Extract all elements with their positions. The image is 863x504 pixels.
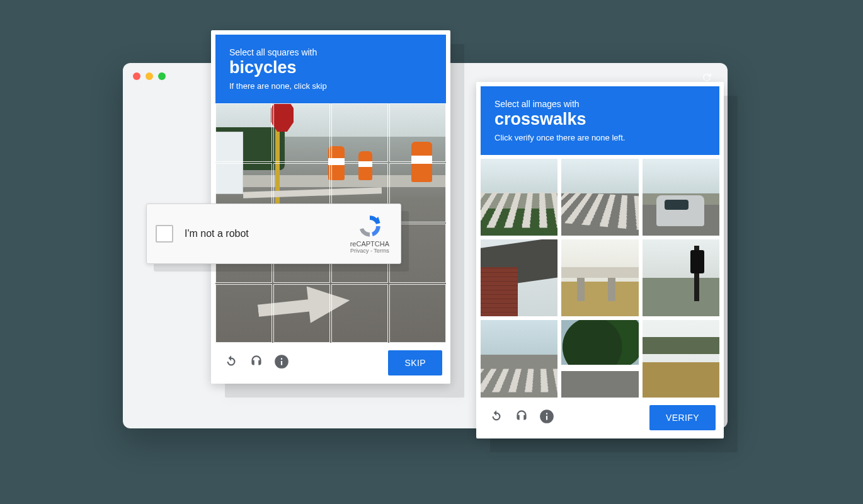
grid-cell[interactable]: [273, 284, 330, 343]
captcha-tile[interactable]: [643, 159, 719, 236]
recaptcha-checkbox[interactable]: [156, 225, 173, 243]
prompt-instruction: Select all images with: [494, 99, 706, 109]
window-close-icon[interactable]: [133, 72, 140, 80]
info-icon[interactable]: [273, 353, 290, 372]
prompt-target: bicycles: [229, 57, 432, 79]
captcha-header: Select all images with crosswalks Click …: [481, 86, 719, 155]
reload-icon[interactable]: [223, 353, 239, 372]
prompt-hint: If there are none, click skip: [229, 81, 432, 91]
grid-cell[interactable]: [273, 103, 330, 163]
captcha-tile[interactable]: [561, 239, 638, 316]
prompt-target: crosswalks: [494, 109, 706, 130]
grid-cell[interactable]: [389, 284, 446, 343]
window-maximize-icon[interactable]: [158, 72, 166, 80]
captcha-header: Select all squares with bicycles If ther…: [215, 35, 446, 103]
verify-button[interactable]: VERIFY: [649, 405, 716, 430]
captcha-tile[interactable]: [561, 159, 638, 236]
grid-cell[interactable]: [215, 103, 272, 163]
captcha-tile[interactable]: [481, 239, 557, 316]
window-minimize-icon[interactable]: [146, 72, 153, 80]
grid-cell[interactable]: [389, 103, 446, 163]
captcha-tile[interactable]: [481, 159, 557, 236]
captcha-footer: VERIFY: [481, 398, 719, 434]
captcha-tile[interactable]: [643, 239, 719, 316]
recaptcha-badge: reCAPTCHA Privacy - Terms: [350, 214, 392, 254]
grid-cell[interactable]: [215, 284, 272, 343]
recaptcha-brand: reCAPTCHA: [350, 240, 389, 248]
skip-button[interactable]: SKIP: [388, 350, 442, 375]
captcha-challenge-crosswalks: Select all images with crosswalks Click …: [476, 82, 724, 438]
reload-icon[interactable]: [488, 408, 505, 427]
captcha-footer: SKIP: [215, 343, 446, 379]
captcha-tile[interactable]: [481, 320, 557, 397]
captcha-tile[interactable]: [561, 320, 638, 397]
grid-cell[interactable]: [331, 103, 388, 163]
audio-icon[interactable]: [513, 408, 530, 427]
recaptcha-checkbox-widget: I'm not a robot reCAPTCHA Privacy - Term…: [146, 203, 401, 264]
info-icon[interactable]: [539, 408, 555, 427]
grid-cell[interactable]: [331, 284, 388, 343]
recaptcha-logo-icon: [357, 214, 382, 239]
captcha-tile[interactable]: [643, 320, 719, 397]
recaptcha-legal-links[interactable]: Privacy - Terms: [350, 248, 389, 254]
recaptcha-label: I'm not a robot: [185, 228, 350, 239]
prompt-hint: Click verify once there are none left.: [494, 133, 706, 142]
prompt-instruction: Select all squares with: [229, 47, 432, 57]
audio-icon[interactable]: [248, 353, 265, 372]
captcha-grid-3x3: [481, 155, 719, 398]
